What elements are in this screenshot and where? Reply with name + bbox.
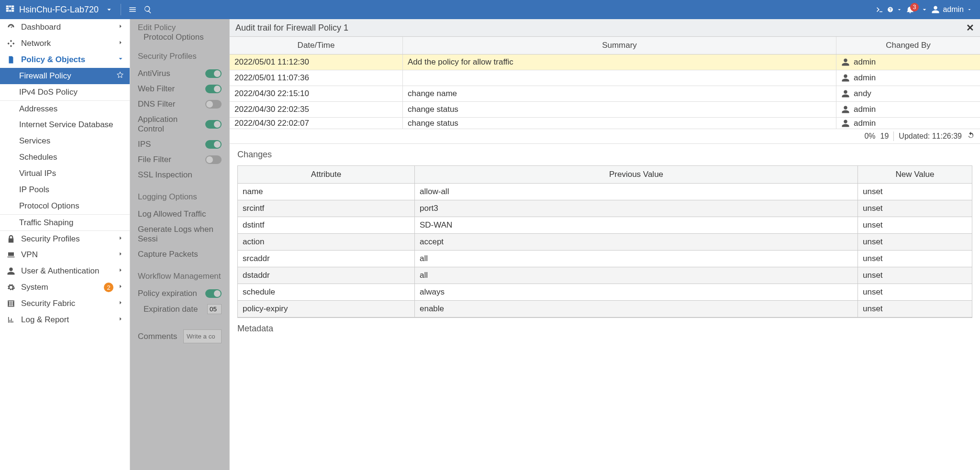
brand[interactable]: HsinChu-FG-Lab720 <box>5 3 99 16</box>
sidebar-item-dashboard[interactable]: Dashboard <box>0 19 130 35</box>
sidebar-item-ipv4-dos[interactable]: IPv4 DoS Policy <box>0 84 130 100</box>
audit-row[interactable]: 2022/05/01 11:12:30 Add the policy for a… <box>230 55 980 70</box>
dns-filter-toggle[interactable] <box>205 100 222 109</box>
sidebar-item-services[interactable]: Services <box>0 133 130 149</box>
chevron-right-icon <box>117 315 124 325</box>
change-attr: dstaddr <box>238 267 415 284</box>
sidebar-item-policy-objects[interactable]: Policy & Objects <box>0 52 130 68</box>
chevron-right-icon <box>117 39 124 48</box>
help-button[interactable] <box>887 2 902 17</box>
sidebar-item-addresses[interactable]: Addresses <box>0 100 130 117</box>
sidebar-item-traffic-shaping[interactable]: Traffic Shaping <box>0 214 130 230</box>
change-new: unset <box>858 217 972 234</box>
sidebar-item-schedules[interactable]: Schedules <box>0 149 130 165</box>
gear-icon <box>6 283 16 292</box>
chevron-right-icon <box>117 299 124 308</box>
col-changed-by[interactable]: Changed By <box>836 37 980 54</box>
notifications-button[interactable]: 3 <box>902 2 918 17</box>
capture-packets-row: Capture Packets <box>138 247 222 262</box>
dashboard-icon <box>6 23 16 32</box>
audit-changed-by: admin <box>836 102 980 117</box>
change-new: unset <box>858 234 972 251</box>
sidebar-item-user-auth[interactable]: User & Authentication <box>0 263 130 279</box>
col-summary[interactable]: Summary <box>403 37 836 54</box>
admin-menu[interactable]: admin <box>928 5 975 14</box>
web-filter-toggle[interactable] <box>205 85 222 93</box>
policy-exp-toggle[interactable] <box>205 289 222 298</box>
lock-icon <box>6 235 16 243</box>
audit-summary: change name <box>403 86 836 101</box>
refresh-button[interactable] <box>967 131 975 142</box>
audit-row[interactable]: 2022/04/30 22:02:07 change status admin <box>230 118 980 129</box>
changes-row: dstintfSD-WANunset <box>238 217 972 234</box>
sidebar-item-log-report[interactable]: Log & Report <box>0 312 130 328</box>
notifications-dropdown[interactable] <box>921 2 928 17</box>
log-allowed-row: Log Allowed Traffic <box>138 207 222 222</box>
changes-row: actionacceptunset <box>238 234 972 251</box>
col-datetime[interactable]: Date/Time <box>230 37 403 54</box>
audit-row[interactable]: 2022/05/01 11:07:36 admin <box>230 70 980 86</box>
change-prev: allow-all <box>415 184 858 200</box>
change-attr: action <box>238 234 415 251</box>
audit-datetime: 2022/04/30 22:02:35 <box>230 102 403 117</box>
sidebar-item-virtual-ips[interactable]: Virtual IPs <box>0 165 130 182</box>
audit-changed-by: andy <box>836 86 980 101</box>
file-filter-toggle[interactable] <box>205 155 222 164</box>
change-prev: enable <box>415 301 858 317</box>
chevron-down-icon <box>117 55 124 65</box>
audit-changed-by: admin <box>836 55 980 70</box>
progress-pct: 0% <box>864 132 875 141</box>
sidebar-item-security-profiles[interactable]: Security Profiles <box>0 230 130 247</box>
comments-input[interactable] <box>183 329 222 343</box>
hostname-dropdown[interactable] <box>101 2 117 17</box>
changes-row: srcintfport3unset <box>238 200 972 217</box>
change-attr: srcaddr <box>238 251 415 267</box>
change-attr: name <box>238 184 415 200</box>
content-panel: Audit trail for Firewall Policy 1 ✕ Date… <box>230 19 980 470</box>
exp-date-input[interactable] <box>207 304 222 314</box>
audit-row[interactable]: 2022/04/30 22:15:10 change name andy <box>230 86 980 102</box>
change-new: unset <box>858 200 972 217</box>
sidebar-item-vpn[interactable]: VPN <box>0 247 130 263</box>
dns-filter-row: DNS Filter <box>138 97 222 112</box>
user-icon <box>841 89 850 98</box>
change-attr: srcintf <box>238 200 415 217</box>
file-filter-row: File Filter <box>138 152 222 167</box>
cli-button[interactable] <box>872 2 887 17</box>
col-new: New Value <box>858 166 972 184</box>
app-control-toggle[interactable] <box>205 120 222 129</box>
favorite-icon[interactable] <box>116 71 124 81</box>
audit-row[interactable]: 2022/04/30 22:02:35 change status admin <box>230 102 980 118</box>
changes-table: Attribute Previous Value New Value namea… <box>237 165 972 318</box>
gen-logs-row: Generate Logs when Sessi <box>138 222 222 247</box>
chevron-right-icon <box>117 234 124 244</box>
updated-time: Updated: 11:26:39 <box>899 132 962 141</box>
metadata-heading: Metadata <box>230 318 980 339</box>
search-button[interactable] <box>140 2 156 17</box>
changes-row: policy-expiryenableunset <box>238 301 972 317</box>
change-new: unset <box>858 184 972 200</box>
user-icon <box>841 105 850 114</box>
status-bar: 0% 19 Updated: 11:26:39 <box>230 129 980 144</box>
sidebar-item-protocol-options[interactable]: Protocol Options <box>0 198 130 214</box>
change-attr: dstintf <box>238 217 415 234</box>
sidebar-item-ip-pools[interactable]: IP Pools <box>0 182 130 198</box>
sidebar-item-firewall-policy[interactable]: Firewall Policy <box>0 68 130 84</box>
sidebar-item-system[interactable]: System2 <box>0 279 130 295</box>
antivirus-toggle[interactable] <box>205 69 222 78</box>
admin-label: admin <box>943 5 964 14</box>
change-new: unset <box>858 301 972 317</box>
change-prev: all <box>415 251 858 267</box>
policy-exp-row: Policy expiration <box>138 286 222 301</box>
user-icon <box>6 267 16 275</box>
ssl-inspection-row: SSL Inspection <box>138 167 222 183</box>
ips-toggle[interactable] <box>205 140 222 149</box>
close-button[interactable]: ✕ <box>966 22 974 33</box>
sidebar-item-security-fabric[interactable]: Security Fabric <box>0 295 130 312</box>
ips-row: IPS <box>138 137 222 152</box>
antivirus-row: AntiVirus <box>138 66 222 81</box>
menu-toggle[interactable] <box>125 2 140 17</box>
sidebar-item-isdb[interactable]: Internet Service Database <box>0 117 130 133</box>
sidebar-item-network[interactable]: Network <box>0 35 130 52</box>
fabric-icon <box>6 299 16 308</box>
